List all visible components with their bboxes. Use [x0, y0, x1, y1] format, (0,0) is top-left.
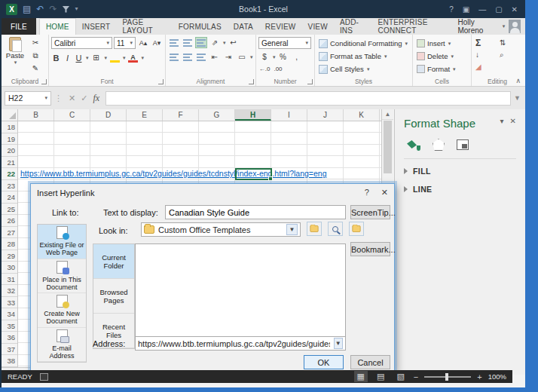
name-box[interactable]: H22▾	[5, 91, 51, 106]
file-list[interactable]	[135, 243, 346, 349]
address-combo[interactable]: https://www.btb.termiumplus.gc.ca/tpv2gu…	[135, 336, 346, 351]
underline-button[interactable]: U	[74, 52, 84, 63]
row-header[interactable]: 24	[2, 191, 17, 204]
font-name-combo[interactable]: Calibri▾	[51, 37, 112, 49]
row-header[interactable]: 29	[2, 250, 17, 262]
look-in-combo[interactable]: Custom Office Templates ▼	[141, 222, 301, 237]
row-header[interactable]: 20	[2, 145, 17, 157]
screentip-button[interactable]: ScreenTip...	[350, 205, 390, 219]
zoom-in-icon[interactable]: +	[477, 372, 481, 381]
account-area[interactable]: Holly Moreno ▾	[457, 18, 525, 35]
percent-button[interactable]: %	[277, 51, 289, 63]
close-icon[interactable]: ✕	[512, 5, 518, 14]
browse-file-button[interactable]	[349, 222, 364, 236]
ribbon-tab[interactable]: HOME	[39, 18, 76, 35]
row-header[interactable]: 37	[2, 344, 17, 356]
row-header[interactable]: 36	[2, 332, 17, 344]
column-header[interactable]: B	[18, 109, 54, 121]
row-header[interactable]: 30	[2, 262, 17, 274]
dialog-help-icon[interactable]: ?	[365, 188, 369, 198]
ribbon-tab[interactable]: ENTERPRISE CONNECT	[372, 18, 458, 35]
increase-decimal-button[interactable]: ←.0	[258, 63, 271, 75]
ribbon-tab[interactable]: VIEW	[302, 18, 334, 35]
places-tab[interactable]: Current Folder	[93, 244, 134, 279]
cancel-button[interactable]: Cancel	[350, 355, 390, 369]
selected-cell-H22[interactable]	[235, 168, 272, 180]
font-size-combo[interactable]: 11▾	[114, 37, 136, 49]
orientation-button[interactable]: ⇗	[209, 37, 221, 48]
row-header[interactable]: 26	[2, 215, 17, 227]
copy-icon[interactable]: ⧉	[29, 50, 41, 61]
qat-customize-icon[interactable]: ▾	[75, 6, 78, 12]
column-header[interactable]: D	[90, 109, 127, 121]
style-button[interactable]: Format as Table ▾	[317, 50, 410, 63]
ribbon-tab[interactable]: FILE	[2, 18, 36, 35]
collapse-ribbon-icon[interactable]: ∧	[515, 77, 521, 84]
merge-center-button[interactable]: ▭	[236, 51, 248, 63]
ribbon-tab[interactable]: ADD-INS	[334, 18, 372, 35]
row-header[interactable]: 38	[2, 355, 17, 367]
row-header[interactable]: 18	[2, 121, 17, 133]
find-select-button[interactable]: ⌕	[498, 49, 521, 60]
style-button[interactable]: Conditional Formatting ▾	[317, 37, 410, 50]
ribbon-tab[interactable]: PAGE LAYOUT	[116, 18, 172, 35]
page-layout-view-icon[interactable]: ▤	[374, 371, 387, 382]
excel-logo-icon[interactable]: X	[6, 4, 17, 15]
browse-web-button[interactable]	[328, 222, 343, 236]
cancel-entry-icon[interactable]: ✕	[69, 93, 75, 103]
row-header[interactable]: 35	[2, 320, 17, 332]
link-to-option[interactable]: Place in This Document	[38, 259, 86, 294]
text-to-display-input[interactable]	[165, 205, 346, 219]
select-all-button[interactable]	[2, 109, 18, 121]
autosum-button[interactable]: Σ	[474, 37, 497, 48]
decrease-decimal-button[interactable]: .00	[272, 63, 284, 75]
save-icon[interactable]: ▤	[23, 5, 31, 14]
column-header[interactable]: E	[127, 109, 163, 121]
cells-button[interactable]: Insert ▾	[415, 37, 469, 50]
row-header[interactable]: 28	[2, 238, 17, 250]
font-color-button[interactable]: A	[128, 54, 138, 63]
align-right-button[interactable]	[195, 51, 207, 63]
shrink-font-icon[interactable]: A▾	[151, 38, 163, 49]
column-header[interactable]: F	[163, 109, 199, 121]
align-center-button[interactable]	[182, 51, 194, 63]
page-break-view-icon[interactable]: ▧	[393, 371, 407, 382]
macro-record-icon[interactable]	[40, 373, 48, 381]
link-to-option[interactable]: Create New Document	[38, 293, 86, 328]
row-header[interactable]: 23	[2, 180, 17, 192]
up-one-folder-button[interactable]	[307, 222, 322, 236]
vertical-scroll-thumb[interactable]	[384, 121, 392, 173]
wrap-text-button[interactable]: ↩	[228, 37, 240, 48]
ribbon-display-options-icon[interactable]: ▣	[463, 5, 469, 14]
undo-icon[interactable]: ↶	[36, 5, 44, 14]
maximize-icon[interactable]: ▢	[495, 5, 502, 14]
ribbon-tab[interactable]: INSERT	[76, 18, 117, 35]
ribbon-tab[interactable]: DATA	[228, 18, 259, 35]
row-header[interactable]: 34	[2, 308, 17, 320]
style-button[interactable]: Cell Styles ▾	[317, 63, 410, 75]
fill-line-tab-icon[interactable]	[405, 139, 420, 151]
column-header[interactable]: C	[54, 109, 90, 121]
zoom-slider[interactable]	[424, 376, 471, 378]
borders-button[interactable]: ⊞	[90, 52, 102, 63]
currency-button[interactable]: $	[258, 51, 271, 63]
size-properties-tab-icon[interactable]	[457, 139, 469, 150]
formula-input[interactable]	[105, 91, 511, 106]
decrease-indent-button[interactable]: ⇤	[209, 51, 221, 63]
row-header[interactable]: 33	[2, 297, 17, 309]
normal-view-icon[interactable]: ▦	[354, 371, 368, 382]
dialog-title-bar[interactable]: Insert Hyperlink ? ✕	[31, 184, 394, 201]
italic-button[interactable]: I	[63, 52, 72, 63]
cut-icon[interactable]: ✂	[29, 37, 41, 48]
column-header[interactable]: G	[199, 109, 235, 121]
ribbon-tab[interactable]: FORMULAS	[173, 18, 228, 35]
ribbon-tab[interactable]: REVIEW	[259, 18, 302, 35]
align-top-button[interactable]	[168, 37, 180, 48]
pane-section-header[interactable]: LINE	[404, 185, 516, 194]
grow-font-icon[interactable]: A▴	[137, 38, 149, 49]
comma-button[interactable]: ,	[291, 51, 303, 63]
pane-options-caret-icon[interactable]: ▾	[500, 117, 504, 125]
dialog-close-icon[interactable]: ✕	[381, 188, 388, 198]
formula-bar-expand-icon[interactable]: ▼	[514, 94, 522, 102]
pane-section-header[interactable]: FILL	[404, 167, 516, 176]
